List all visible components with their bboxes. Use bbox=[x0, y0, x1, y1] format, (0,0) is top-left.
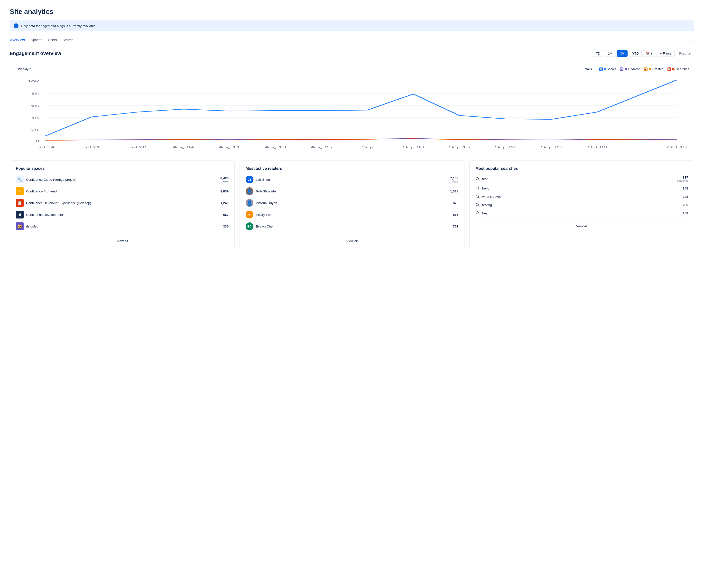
reader-count-1: 1,388 bbox=[450, 190, 458, 193]
svg-text:Sep 22: Sep 22 bbox=[495, 146, 516, 149]
searches-checkbox[interactable]: ✓ bbox=[667, 67, 671, 71]
popular-searches-card: Most popular searches test 817 searches … bbox=[469, 160, 694, 249]
popular-spaces-title: Popular spaces bbox=[16, 166, 229, 171]
reader-row-0: JZ Jiaji Zhou 7,158 views bbox=[246, 176, 458, 183]
weekly-chevron: ▾ bbox=[29, 67, 31, 71]
legend-created[interactable]: ✓ Created bbox=[644, 67, 663, 71]
views-dot bbox=[604, 68, 606, 70]
search-icon-0 bbox=[475, 177, 480, 181]
active-readers-view-all[interactable]: View all bbox=[246, 235, 458, 243]
popular-spaces-view-all[interactable]: View all bbox=[16, 235, 229, 243]
reader-name-4: Evelyn Chen bbox=[256, 225, 450, 228]
svg-text:10K: 10K bbox=[27, 80, 39, 83]
svg-line-29 bbox=[478, 189, 479, 190]
space-name-4: dsfdsfsd bbox=[26, 225, 221, 228]
search-icon-4 bbox=[475, 211, 480, 215]
legend-updated[interactable]: ✓ Updated bbox=[620, 67, 640, 71]
calendar-button[interactable]: 📅 ▾ bbox=[643, 50, 655, 57]
space-row-2: 📋 Confluence Developer Experience (Devlo… bbox=[16, 199, 229, 207]
space-count-1: 8,039 bbox=[220, 190, 229, 193]
time-1m[interactable]: 1M bbox=[605, 50, 615, 57]
search-term-1: hello bbox=[482, 186, 680, 190]
space-icon-1: JS bbox=[16, 187, 23, 195]
total-button[interactable]: Total ▾ bbox=[580, 66, 595, 72]
search-icon-2 bbox=[475, 194, 480, 199]
svg-text:Oct 13: Oct 13 bbox=[667, 146, 687, 149]
space-count-0: 8,428 views bbox=[220, 176, 229, 183]
reader-count-0: 7,158 views bbox=[450, 176, 458, 183]
calendar-icon: 📅 bbox=[646, 52, 650, 55]
tab-users[interactable]: Users bbox=[48, 36, 57, 44]
chart-card: Weekly ▾ Total ▾ ✓ Views ✓ Updated ✓ Cre… bbox=[10, 61, 694, 154]
space-row-0: 🔧 Confluence Cloud (Vertigo project) 8,4… bbox=[16, 176, 229, 183]
search-row-1: hello 249 bbox=[475, 186, 688, 191]
reader-avatar-1: 👤 bbox=[246, 187, 253, 195]
active-readers-card: Most active readers JZ Jiaji Zhou 7,158 … bbox=[240, 160, 464, 249]
space-icon-2: 📋 bbox=[16, 199, 23, 207]
space-count-4: 335 bbox=[223, 225, 229, 228]
tab-search[interactable]: Search bbox=[63, 36, 73, 44]
views-line bbox=[46, 80, 677, 136]
tab-overview[interactable]: Overview bbox=[10, 36, 25, 44]
created-checkbox[interactable]: ✓ bbox=[644, 67, 648, 71]
created-dot bbox=[649, 68, 651, 70]
chart-area: 0 2K 4K 6K 8K 10K Jul 14 Jul 21 Jul 28 A… bbox=[15, 76, 689, 149]
search-row-0: test 817 searches bbox=[475, 176, 688, 182]
search-term-4: hey bbox=[482, 211, 680, 215]
popular-searches-title: Most popular searches bbox=[475, 166, 688, 171]
updated-checkbox[interactable]: ✓ bbox=[620, 67, 624, 71]
reader-row-1: 👤 Rob Shnayder 1,388 bbox=[246, 187, 458, 195]
info-banner: i Only data for pages and blogs is curre… bbox=[10, 20, 694, 31]
reader-name-3: Hillary Fan bbox=[256, 213, 450, 217]
filters-button[interactable]: ≡ Filters bbox=[656, 50, 674, 57]
svg-text:Sep 15: Sep 15 bbox=[449, 146, 470, 149]
space-name-2: Confluence Developer Experience (Devloop… bbox=[26, 201, 218, 205]
weekly-button[interactable]: Weekly ▾ bbox=[15, 66, 34, 72]
space-icon-3: ✖ bbox=[16, 211, 23, 218]
time-3m[interactable]: 3M bbox=[617, 50, 628, 57]
reader-row-3: HF Hillary Fan 815 bbox=[246, 211, 458, 218]
svg-text:Sep 08: Sep 08 bbox=[403, 146, 424, 149]
svg-text:Sep 29: Sep 29 bbox=[541, 146, 562, 149]
reader-name-1: Rob Shnayder bbox=[256, 190, 448, 193]
chart-svg: 0 2K 4K 6K 8K 10K Jul 14 Jul 21 Jul 28 A… bbox=[15, 76, 689, 154]
time-controls: 7D 1M 3M YTD 📅 ▾ ≡ Filters Reset all bbox=[593, 50, 694, 57]
search-term-0: test bbox=[482, 177, 675, 181]
search-icon-3 bbox=[475, 203, 480, 207]
search-count-1: 249 bbox=[683, 186, 688, 190]
svg-text:Aug 04: Aug 04 bbox=[173, 146, 194, 149]
space-icon-4: 🐱 bbox=[16, 222, 23, 230]
svg-text:Oct 06: Oct 06 bbox=[587, 146, 607, 149]
help-button[interactable]: ? bbox=[692, 38, 694, 42]
search-row-4: hey 158 bbox=[475, 211, 688, 215]
search-row-3: testing 236 bbox=[475, 203, 688, 207]
svg-text:Jul 28: Jul 28 bbox=[128, 146, 146, 149]
banner-text: Only data for pages and blogs is current… bbox=[21, 24, 96, 28]
search-count-0: 817 searches bbox=[677, 176, 688, 182]
space-icon-0: 🔧 bbox=[16, 176, 23, 183]
legend-searches[interactable]: ✓ Searches bbox=[667, 67, 689, 71]
filter-icon: ≡ bbox=[660, 52, 662, 55]
popular-searches-view-all[interactable]: View all bbox=[475, 220, 688, 228]
time-7d[interactable]: 7D bbox=[593, 50, 603, 57]
svg-text:0: 0 bbox=[36, 140, 39, 143]
search-row-2: what is rovo? 248 bbox=[475, 194, 688, 199]
updated-dot bbox=[625, 68, 627, 70]
svg-text:Aug 25: Aug 25 bbox=[311, 146, 332, 149]
reader-avatar-2: 👤 bbox=[246, 199, 253, 207]
search-term-2: what is rovo? bbox=[482, 195, 680, 199]
svg-text:Jul 14: Jul 14 bbox=[37, 146, 55, 149]
space-count-3: 667 bbox=[223, 213, 229, 217]
reader-name-2: Victoria Huynh bbox=[256, 201, 450, 205]
page-title: Site analytics bbox=[10, 8, 694, 15]
views-checkbox[interactable]: ✓ bbox=[599, 67, 603, 71]
chart-top: Weekly ▾ Total ▾ ✓ Views ✓ Updated ✓ Cre… bbox=[15, 66, 689, 72]
time-ytd[interactable]: YTD bbox=[629, 50, 642, 57]
popular-spaces-card: Popular spaces 🔧 Confluence Cloud (Verti… bbox=[10, 160, 235, 249]
legend-views[interactable]: ✓ Views bbox=[599, 67, 616, 71]
space-count-2: 1,240 bbox=[220, 201, 229, 205]
space-row-4: 🐱 dsfdsfsd 335 bbox=[16, 222, 229, 230]
reset-button[interactable]: Reset all bbox=[676, 50, 694, 56]
tab-spaces[interactable]: Spaces bbox=[31, 36, 42, 44]
engagement-title: Engagement overview bbox=[10, 51, 61, 56]
